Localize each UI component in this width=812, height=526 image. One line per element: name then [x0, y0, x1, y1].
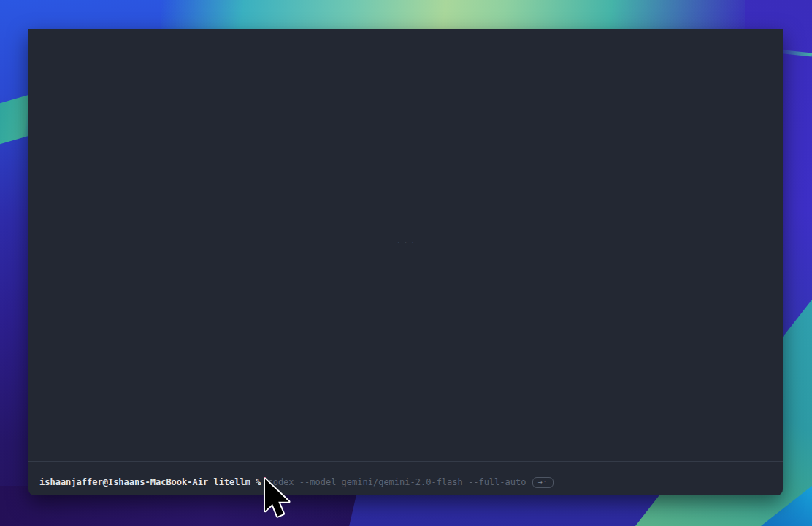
desktop: ··· ishaanjaffer@Ishaans-MacBook-Air lit…: [0, 0, 812, 526]
loading-dots-indicator: ···: [397, 238, 418, 248]
shell-prompt: ishaanjaffer@Ishaans-MacBook-Air litellm…: [39, 476, 261, 488]
terminal-window[interactable]: ··· ishaanjaffer@Ishaans-MacBook-Air lit…: [28, 29, 783, 495]
command-prompt-row[interactable]: ishaanjaffer@Ishaans-MacBook-Air litellm…: [39, 476, 775, 489]
terminal-output-area[interactable]: ···: [28, 29, 783, 462]
accept-suggestion-hint-badge: →·: [532, 477, 553, 488]
autosuggestion-text: codex --model gemini/gemini-2.0-flash --…: [267, 476, 526, 488]
prompt-divider: [28, 461, 783, 462]
mouse-arrow-pointer-icon: [263, 477, 294, 521]
